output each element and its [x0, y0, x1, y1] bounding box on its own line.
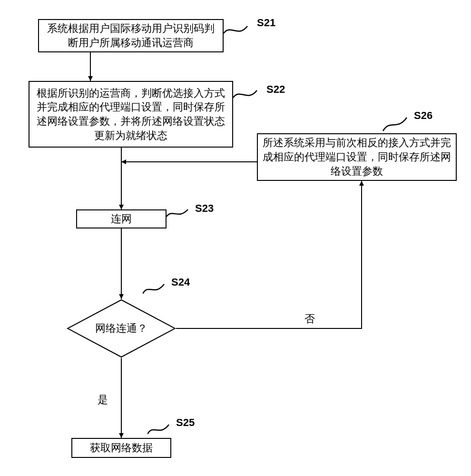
label-s26: S26: [414, 109, 432, 122]
label-s21: S21: [257, 17, 275, 29]
node-s24: 网络连通？: [67, 299, 176, 358]
leader-s24: [143, 278, 171, 298]
node-s25-text: 获取网络数据: [90, 441, 153, 455]
node-s26-text: 所述系统采用与前次相反的接入方式并完成相应的代理端口设置，同时保存所述网络设置参…: [263, 136, 451, 178]
flow-connectors: [0, 0, 471, 476]
leader-s21: [224, 19, 257, 38]
branch-yes: 是: [98, 393, 108, 407]
node-s24-text: 网络连通？: [95, 321, 147, 336]
leader-s25: [147, 419, 176, 438]
node-s22-text: 根据所识别的运营商，判断优选接入方式并完成相应的代理端口设置，同时保存所述网络设…: [34, 86, 227, 143]
branch-no: 否: [304, 312, 315, 326]
node-s23-text: 连网: [111, 212, 132, 226]
label-s22: S22: [266, 83, 285, 96]
node-s22: 根据所识别的运营商，判断优选接入方式并完成相应的代理端口设置，同时保存所述网络设…: [29, 81, 233, 148]
leader-s26: [381, 112, 414, 133]
leader-s23: [167, 205, 195, 221]
leader-s22: [233, 83, 266, 102]
node-s21-text: 系统根据用户国际移动用户识别码判断用户所属移动通讯运营商: [44, 21, 218, 50]
label-s24: S24: [171, 276, 190, 288]
label-s23: S23: [195, 202, 214, 215]
node-s21: 系统根据用户国际移动用户识别码判断用户所属移动通讯运营商: [38, 19, 224, 52]
label-s25: S25: [176, 416, 195, 429]
node-s26: 所述系统采用与前次相反的接入方式并完成相应的代理端口设置，同时保存所述网络设置参…: [257, 133, 457, 181]
node-s23: 连网: [76, 209, 167, 228]
node-s25: 获取网络数据: [71, 438, 171, 458]
